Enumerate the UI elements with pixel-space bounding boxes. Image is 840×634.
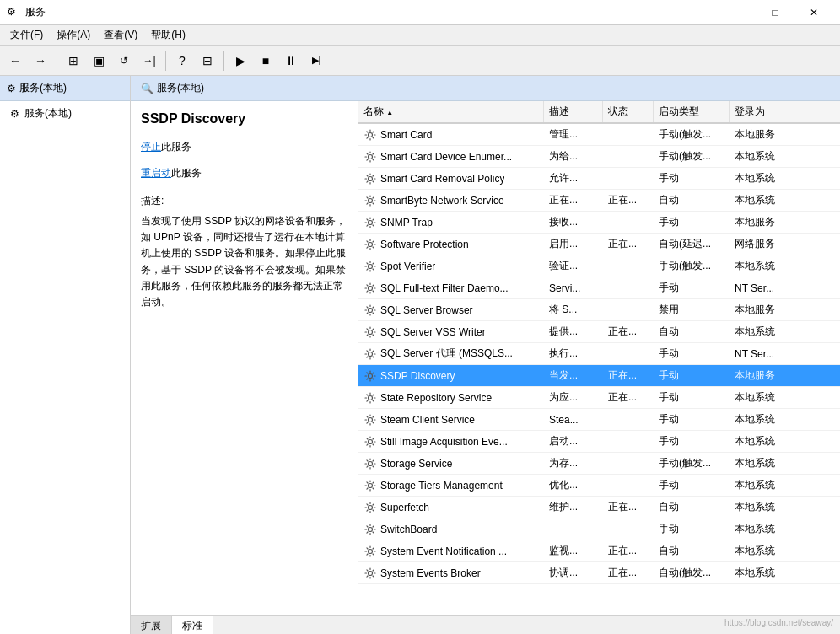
col-header-desc[interactable]: 描述 [544,101,603,122]
service-state-cell [603,484,654,487]
service-logon-cell: 本地服务 [730,301,797,319]
forward-button[interactable]: → [29,49,52,73]
help-button[interactable]: ? [170,49,194,73]
restart-text: 此服务 [171,167,202,179]
stop-service-action[interactable]: 停止此服务 [141,140,347,154]
menu-item-h[interactable]: 帮助(H) [144,26,192,44]
service-list-container: 名称 ▲ 描述 状态 启动类型 登录为 Smart Card管理...手动(触发… [358,101,840,615]
service-name-cell: System Event Notification ... [358,543,544,560]
close-button[interactable]: ✕ [794,0,833,25]
table-row[interactable]: Steam Client ServiceStea...手动本地系统 [358,409,840,431]
service-startup-cell: 手动 [654,411,730,428]
service-icon [363,194,377,207]
service-state-cell [603,133,654,137]
table-row[interactable]: SNMP Trap接收...手动本地服务 [358,212,840,234]
col-header-name[interactable]: 名称 ▲ [358,101,544,122]
export-button[interactable]: →| [137,49,161,73]
service-logon-cell: 本地系统 [730,564,797,582]
content-body: SSDP Discovery 停止此服务 重启动此服务 描述: 当发现了使用 S… [131,101,840,615]
table-row[interactable]: SQL Server 代理 (MSSQLS...执行...手动NT Ser... [358,343,840,365]
left-nav-local[interactable]: ⚙ 服务(本地) [0,101,130,126]
menu-item-v[interactable]: 查看(V) [97,26,144,44]
table-row[interactable]: Smart Card Device Enumer...为给...手动(触发...… [358,146,840,168]
table-row[interactable]: Superfetch维护...正在...自动本地系统 [358,497,840,518]
table-header: 名称 ▲ 描述 状态 启动类型 登录为 [358,101,840,124]
service-name-text: Smart Card [380,129,432,141]
col-header-logon[interactable]: 登录为 [730,101,797,122]
service-state-cell: 正在... [603,564,654,582]
start-service-button[interactable]: ▶ [229,49,252,73]
service-state-cell [603,418,654,422]
table-row[interactable]: Still Image Acquisition Eve...启动...手动本地系… [358,431,840,453]
service-desc-cell: Stea... [544,412,603,427]
maximize-button[interactable]: □ [756,0,794,25]
table-row[interactable]: SSDP Discovery当发...正在...手动本地服务 [358,365,840,387]
svg-point-5 [369,242,373,246]
show-console-tree-button[interactable]: ⊞ [62,49,85,73]
properties-button[interactable]: ⊟ [196,49,219,73]
back-button[interactable]: ← [3,49,27,73]
service-state-cell: 正在... [603,191,654,209]
service-logon-cell: 本地服务 [730,213,797,231]
pause-service-button[interactable]: ⏸ [279,49,303,73]
show-console-button[interactable]: ▣ [87,49,110,73]
service-desc-cell: 将 S... [544,301,603,319]
stop-link[interactable]: 停止 [141,141,161,153]
service-desc-cell: 启用... [544,235,603,253]
table-row[interactable]: State Repository Service为应...正在...手动本地系统 [358,387,840,409]
service-state-cell [603,352,654,356]
svg-point-11 [369,373,373,378]
service-desc-cell: 监视... [544,542,603,560]
table-row[interactable]: System Events Broker协调...正在...自动(触发...本地… [358,562,840,584]
service-icon [363,545,377,558]
table-row[interactable]: SQL Server VSS Writer提供...正在...自动本地系统 [358,321,840,343]
service-icon [363,457,377,470]
service-name-text: State Repository Service [380,392,492,404]
table-row[interactable]: Storage Tiers Management优化...手动本地系统 [358,475,840,497]
service-name-text: Software Protection [380,239,469,250]
service-desc-cell: 允许... [544,169,603,187]
service-startup-cell: 手动 [654,367,730,384]
service-icon [363,479,377,492]
minimize-button[interactable]: ─ [717,0,756,25]
service-name-cell: SwitchBoard [358,521,544,538]
table-row[interactable]: System Event Notification ...监视...正在...自… [358,540,840,562]
service-startup-cell: 自动 [654,323,730,341]
service-name-cell: SQL Full-text Filter Daemo... [358,280,544,297]
table-row[interactable]: SQL Full-text Filter Daemo...Servi...手动N… [358,277,840,299]
table-row[interactable]: Smart Card Removal Policy允许...手动本地系统 [358,168,840,190]
table-row[interactable]: Spot Verifier验证...手动(触发...本地系统 [358,255,840,277]
stop-service-button[interactable]: ■ [254,49,277,73]
service-name-text: SQL Server VSS Writer [380,326,486,338]
refresh-button[interactable]: ↺ [112,49,136,73]
col-header-startup[interactable]: 启动类型 [654,101,730,122]
restart-service-button[interactable]: ▶| [304,49,328,73]
service-logon-cell: 本地系统 [730,411,797,428]
restart-link[interactable]: 重启动 [141,167,171,179]
service-icon [363,567,377,580]
col-header-state[interactable]: 状态 [603,101,654,122]
table-row[interactable]: Storage Service为存...手动(触发...本地系统 [358,453,840,475]
table-row[interactable]: Software Protection启用...正在...自动(延迟...网络服… [358,234,840,255]
svg-point-4 [369,220,373,224]
service-name-text: Superfetch [380,502,429,513]
tab-standard[interactable]: 标准 [172,616,213,634]
service-state-cell [603,287,654,290]
service-name-text: System Event Notification ... [380,545,507,557]
table-row[interactable]: SmartByte Network Service正在...正在...自动本地系… [358,190,840,212]
service-desc-cell: 为给... [544,148,603,165]
menu-item-f[interactable]: 文件(F) [3,26,50,44]
service-startup-cell: 手动(触发... [654,257,730,275]
title-bar: ⚙ 服务 ─ □ ✕ [0,0,840,25]
service-list-scroll[interactable]: Smart Card管理...手动(触发...本地服务 Smart Card D… [358,124,840,615]
table-row[interactable]: SQL Server Browser将 S...禁用本地服务 [358,299,840,321]
service-desc-cell [544,528,603,531]
service-desc-cell: 为存... [544,454,603,472]
restart-service-action[interactable]: 重启动此服务 [141,166,347,180]
table-row[interactable]: Smart Card管理...手动(触发...本地服务 [358,124,840,146]
service-desc-cell: 提供... [544,323,603,341]
menu-item-a[interactable]: 操作(A) [50,26,97,44]
service-startup-cell: 手动 [654,169,730,187]
table-row[interactable]: SwitchBoard手动本地系统 [358,518,840,540]
tab-expand[interactable]: 扩展 [131,616,172,634]
